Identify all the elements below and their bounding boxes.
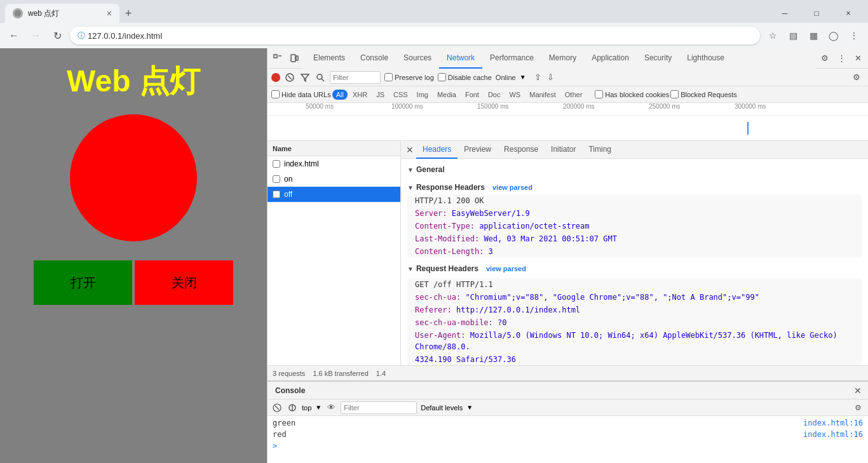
clear-button[interactable] (284, 72, 295, 83)
tab-security[interactable]: Security (637, 48, 679, 69)
request-headers-content: GET /off HTTP/1.1 sec-ch-ua: "Chromium";… (407, 278, 862, 365)
hide-data-urls-check[interactable] (271, 90, 280, 98)
reload-button[interactable]: ↻ (48, 27, 66, 44)
css-btn[interactable]: CSS (390, 90, 412, 100)
timeline-label-5: 250000 ms (649, 103, 680, 110)
network-settings-btn[interactable]: ⚙ (849, 70, 864, 85)
font-btn[interactable]: Font (461, 90, 483, 100)
browser-tab[interactable]: web 点灯 × (5, 4, 119, 23)
console-prompt[interactable]: > (273, 440, 863, 452)
request-item-index[interactable]: index.html (268, 156, 400, 171)
blocked-requests-checkbox[interactable]: Blocked Requests (670, 90, 737, 98)
console-settings-btn[interactable]: ⚙ (851, 401, 864, 414)
tab-console[interactable]: Console (353, 48, 396, 69)
img-btn[interactable]: Img (413, 90, 432, 100)
hide-data-urls-checkbox[interactable]: Hide data URLs (271, 90, 331, 98)
address-input[interactable]: ⓘ 127.0.0.1/index.html (70, 27, 760, 44)
tab-lighthouse[interactable]: Lighthouse (679, 48, 732, 69)
preserve-log-check[interactable] (384, 73, 393, 81)
extensions-btn[interactable]: ▦ (804, 27, 822, 44)
headers-tab-headers[interactable]: Headers (416, 141, 458, 159)
record-button[interactable] (271, 73, 280, 82)
console-stop-btn[interactable] (287, 402, 298, 413)
filter-input[interactable] (330, 71, 381, 84)
headers-tab-response[interactable]: Response (498, 141, 545, 159)
response-headers-header[interactable]: ▼ Response Headers view parsed (407, 180, 862, 194)
tab-elements[interactable]: Elements (306, 48, 353, 69)
console-filter-input[interactable] (341, 401, 417, 414)
tab-performance[interactable]: Performance (482, 48, 541, 69)
request-name-off: off (284, 190, 292, 199)
search-icon-btn[interactable] (315, 72, 326, 83)
filter-icon-btn[interactable] (299, 72, 311, 83)
doc-btn[interactable]: Doc (484, 90, 505, 100)
console-clear-btn[interactable] (271, 402, 283, 413)
view-parsed-response[interactable]: view parsed (492, 184, 532, 191)
tab-application[interactable]: Application (584, 48, 637, 69)
media-btn[interactable]: Media (433, 90, 460, 100)
new-tab-button[interactable]: + (119, 4, 137, 22)
address-text: 127.0.0.1/index.html (88, 31, 162, 41)
window-minimize[interactable]: ─ (770, 4, 799, 23)
off-button[interactable]: 关闭 (135, 260, 233, 305)
console-eye-btn[interactable]: 👁 (325, 402, 337, 413)
general-section-header[interactable]: ▼ General (407, 163, 862, 177)
console-line-red-source[interactable]: index.html:16 (803, 430, 863, 439)
blocked-req-check[interactable] (670, 90, 679, 98)
req-header-get: GET /off HTTP/1.1 (407, 278, 862, 291)
online-dropdown-icon[interactable]: ▼ (520, 74, 526, 81)
console-line-green-source[interactable]: index.html:16 (803, 419, 863, 427)
window-maximize[interactable]: □ (802, 4, 831, 23)
main-layout: Web 点灯 打开 关闭 Elements Console Sources Ne… (0, 48, 868, 463)
headers-close-btn[interactable]: ✕ (403, 144, 416, 156)
on-button[interactable]: 打开 (34, 260, 132, 305)
preserve-log-checkbox[interactable]: Preserve log (384, 73, 434, 81)
inspect-element-btn[interactable] (270, 51, 285, 66)
device-toolbar-btn[interactable] (287, 51, 302, 66)
hide-data-urls-label: Hide data URLs (281, 91, 331, 98)
headers-tab-preview[interactable]: Preview (458, 141, 498, 159)
svg-line-9 (322, 79, 324, 81)
request-name-index: index.html (284, 159, 319, 168)
disable-cache-checkbox[interactable]: Disable cache (438, 73, 492, 81)
headers-panel: ✕ Headers Preview Response Initiator Tim… (401, 141, 868, 365)
view-parsed-request[interactable]: view parsed (486, 265, 526, 272)
console-context-dropdown[interactable]: ▼ (315, 404, 322, 411)
other-btn[interactable]: Other (561, 90, 587, 100)
profile-icon[interactable]: ◯ (825, 27, 843, 44)
window-close[interactable]: × (834, 4, 863, 23)
disable-cache-check[interactable] (438, 73, 446, 81)
js-btn[interactable]: JS (372, 90, 388, 100)
tab-sources[interactable]: Sources (396, 48, 439, 69)
has-blocked-check[interactable] (595, 90, 603, 98)
download-btn[interactable]: ⇩ (545, 72, 557, 83)
headers-tab-initiator[interactable]: Initiator (545, 141, 582, 159)
bookmark-icon[interactable]: ☆ (764, 27, 782, 44)
tab-network[interactable]: Network (439, 48, 482, 69)
tab-close-btn[interactable]: × (107, 8, 112, 18)
request-checkbox-on[interactable] (273, 175, 280, 183)
upload-btn[interactable]: ⇧ (532, 72, 544, 83)
forward-button[interactable]: → (27, 27, 44, 44)
extension-icon[interactable]: ▤ (784, 27, 802, 44)
has-blocked-cookies-checkbox[interactable]: Has blocked cookies (595, 90, 669, 98)
all-btn[interactable]: All (332, 90, 348, 100)
headers-tab-timing[interactable]: Timing (582, 141, 618, 159)
request-item-off[interactable]: off (268, 187, 400, 202)
devtools-settings-btn[interactable]: ⚙ (817, 51, 832, 66)
menu-icon[interactable]: ⋮ (845, 27, 863, 44)
devtools-more-btn[interactable]: ⋮ (834, 51, 849, 66)
request-checkbox-index[interactable] (273, 160, 280, 168)
address-bar: ← → ↻ ⓘ 127.0.0.1/index.html ☆ ▤ ▦ ◯ ⋮ (0, 23, 868, 48)
request-checkbox-off[interactable] (273, 191, 280, 198)
xhr-btn[interactable]: XHR (349, 90, 371, 100)
devtools-close-btn[interactable]: ✕ (850, 51, 865, 66)
request-headers-header[interactable]: ▼ Request Headers view parsed (407, 262, 862, 276)
manifest-btn[interactable]: Manifest (526, 90, 560, 100)
tab-memory[interactable]: Memory (541, 48, 584, 69)
ws-btn[interactable]: WS (505, 90, 524, 100)
default-levels-dropdown[interactable]: ▼ (466, 404, 473, 411)
back-button[interactable]: ← (5, 27, 23, 44)
console-close-btn[interactable]: ✕ (851, 384, 864, 397)
request-item-on[interactable]: on (268, 171, 400, 187)
